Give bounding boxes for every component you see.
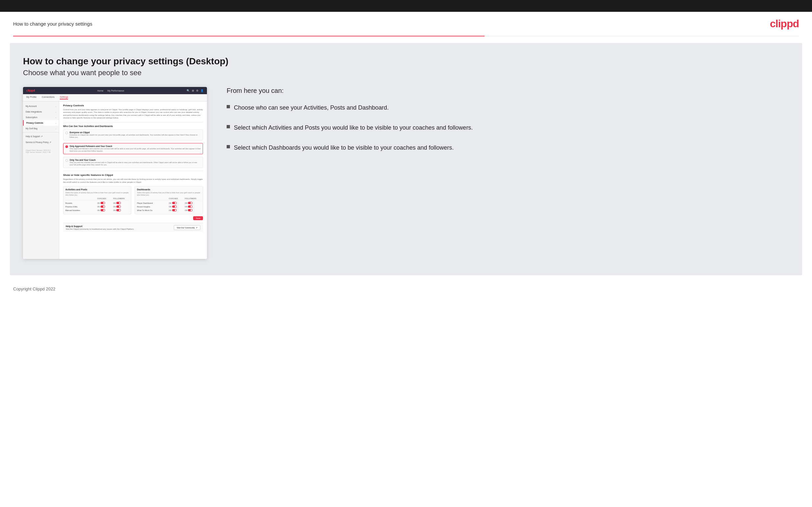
grid-icon: ⊞	[192, 89, 194, 92]
player-coaches-toggle[interactable]: ON	[169, 202, 185, 204]
header: How to change your privacy settings clip…	[0, 12, 812, 36]
bullet-item-3: Select which Dashboards you would like t…	[226, 144, 789, 152]
app-main-panel: Privacy Controls Control how you and you…	[59, 101, 207, 259]
copyright-text: Copyright Clippd 2022	[13, 286, 55, 291]
sidebar-item-data[interactable]: Data Integrations ›	[23, 109, 59, 115]
search-icon: 🔍	[187, 89, 190, 92]
sidebar-item-account[interactable]: My Account ›	[23, 103, 59, 109]
main-heading: How to change your privacy settings (Des…	[23, 56, 789, 67]
radio-coach-content: Only You and Your Coach Only you and the…	[70, 159, 201, 166]
app-body: My Account › Data Integrations › Subscri…	[23, 101, 207, 259]
radio-everyone-label: Everyone on Clippd	[70, 131, 201, 133]
sidebar-help-label: Help & Support ↗	[26, 135, 43, 138]
insights-coaches-on-label: ON	[169, 206, 171, 208]
footer: Copyright Clippd 2022	[0, 282, 812, 296]
bullet-list: Choose who can see your Activities, Post…	[226, 104, 789, 152]
main-subheading: Choose what you want people to see	[23, 69, 789, 77]
bullet-item-1: Choose who can see your Activities, Post…	[226, 104, 789, 112]
sidebar-item-service[interactable]: Service & Privacy Policy ↗	[23, 139, 59, 146]
insights-coaches-toggle[interactable]: ON	[169, 206, 185, 208]
app-nav-icons: 🔍 ⊞ ⚙ 👤	[187, 89, 204, 92]
bullet-square-3	[226, 145, 230, 148]
nav-link-home: Home	[97, 90, 103, 92]
right-panel: From here you can: Choose who can see yo…	[220, 87, 789, 152]
app-nav: clippd Home My Performance 🔍 ⊞ ⚙ 👤	[23, 87, 207, 94]
manual-coaches-switch[interactable]	[101, 209, 105, 211]
work-coaches-toggle[interactable]: ON	[169, 209, 185, 211]
work-followers-switch[interactable]	[188, 209, 193, 211]
manual-coaches-toggle[interactable]: ON	[97, 209, 113, 211]
privacy-section-title: Privacy Controls	[63, 104, 203, 107]
header-divider	[13, 36, 799, 37]
radio-everyone-desc: Everyone on Clippd can search for you an…	[70, 134, 201, 138]
bullet-text-3: Select which Dashboards you would like t…	[234, 144, 454, 152]
dashboards-col-coaches: COACHES	[169, 198, 185, 200]
player-followers-toggle[interactable]: ON	[185, 202, 201, 204]
rounds-coaches-toggle[interactable]: ON	[97, 202, 113, 204]
app-nav-links: Home My Performance	[97, 90, 124, 92]
chevron-right-icon: ›	[55, 116, 56, 118]
drills-label: Practice Drills	[65, 206, 97, 208]
round-insights-label: Round Insights	[137, 206, 169, 208]
insights-followers-switch[interactable]	[188, 206, 193, 208]
sidebar-data-label: Data Integrations	[26, 111, 42, 113]
bullet-item-2: Select which Activities and Posts you wo…	[226, 124, 789, 132]
rounds-coaches-switch[interactable]	[101, 202, 105, 204]
subnav-settings[interactable]: Settings	[60, 96, 68, 100]
radio-coach-label: Only You and Your Coach	[70, 159, 201, 161]
visit-community-label: Visit Our Community	[177, 227, 195, 229]
sidebar-item-golfbag[interactable]: My Golf Bag ›	[23, 126, 59, 131]
app-sidebar: My Account › Data Integrations › Subscri…	[23, 101, 59, 259]
work-followers-toggle[interactable]: ON	[185, 209, 201, 211]
player-coaches-switch[interactable]	[172, 202, 177, 204]
toggle-row-rounds: Rounds ON ON	[65, 201, 129, 205]
subnav-myprofile[interactable]: My Profile	[26, 96, 37, 100]
player-coaches-on-label: ON	[169, 202, 171, 204]
work-coaches-on-label: ON	[169, 209, 171, 211]
sidebar-item-privacy[interactable]: Privacy Controls ›	[23, 120, 59, 126]
sidebar-item-subscription[interactable]: Subscription ›	[23, 115, 59, 120]
rounds-followers-switch[interactable]	[116, 202, 121, 204]
work-followers-on-label: ON	[185, 209, 188, 211]
dashboards-col-followers: FOLLOWERS	[185, 198, 201, 200]
radio-followers-content: Only Approved Followers and Your Coach O…	[70, 145, 201, 152]
app-subnav: My Profile Connections Settings	[23, 94, 207, 101]
activities-table-desc: Select the types of activity that you'd …	[65, 192, 129, 196]
work-coaches-switch[interactable]	[172, 209, 177, 211]
sidebar-service-label: Service & Privacy Policy ↗	[26, 141, 51, 144]
drills-followers-toggle[interactable]: ON	[113, 206, 130, 208]
radio-everyone-content: Everyone on Clippd Everyone on Clippd ca…	[70, 131, 201, 138]
drills-coaches-toggle[interactable]: ON	[97, 206, 113, 208]
manual-followers-switch[interactable]	[116, 209, 121, 211]
activities-table-title: Activities and Posts	[65, 188, 129, 191]
subnav-connections[interactable]: Connections	[42, 96, 55, 100]
radio-followers-label: Only Approved Followers and Your Coach	[70, 145, 201, 147]
player-followers-switch[interactable]	[188, 202, 193, 204]
sidebar-item-help[interactable]: Help & Support ↗	[23, 133, 59, 139]
dashboards-table-desc: Select the types of activity that you'd …	[137, 192, 201, 196]
radio-dot-everyone	[65, 131, 68, 134]
toggle-section: Activities and Posts Select the types of…	[63, 186, 203, 214]
external-link-icon: ↗	[196, 226, 197, 229]
app-screenshot: clippd Home My Performance 🔍 ⊞ ⚙ 👤 My Pr…	[23, 87, 207, 259]
avatar-icon: 👤	[200, 89, 204, 92]
drills-followers-switch[interactable]	[116, 206, 121, 208]
insights-coaches-switch[interactable]	[172, 206, 177, 208]
insights-followers-on-label: ON	[185, 206, 188, 208]
drills-coaches-switch[interactable]	[101, 206, 105, 208]
manual-followers-toggle[interactable]: ON	[113, 209, 130, 211]
save-button[interactable]: Save	[193, 216, 203, 220]
chevron-right-icon: ›	[55, 122, 56, 124]
radio-coach-only[interactable]: Only You and Your Coach Only you and the…	[63, 157, 203, 168]
visit-community-button[interactable]: Visit Our Community ↗	[174, 225, 200, 230]
insights-followers-toggle[interactable]: ON	[185, 206, 201, 208]
rounds-followers-toggle[interactable]: ON	[113, 202, 130, 204]
help-section: Help & Support Visit the Clippd communit…	[63, 223, 203, 232]
two-column-layout: clippd Home My Performance 🔍 ⊞ ⚙ 👤 My Pr…	[23, 87, 789, 259]
toggle-divider	[63, 171, 203, 171]
radio-everyone[interactable]: Everyone on Clippd Everyone on Clippd ca…	[63, 129, 203, 140]
toggle-row-drills: Practice Drills ON ON	[65, 205, 129, 208]
sidebar-subscription-label: Subscription	[26, 116, 38, 118]
app-logo: clippd	[26, 89, 35, 92]
radio-followers[interactable]: Only Approved Followers and Your Coach O…	[63, 143, 203, 154]
